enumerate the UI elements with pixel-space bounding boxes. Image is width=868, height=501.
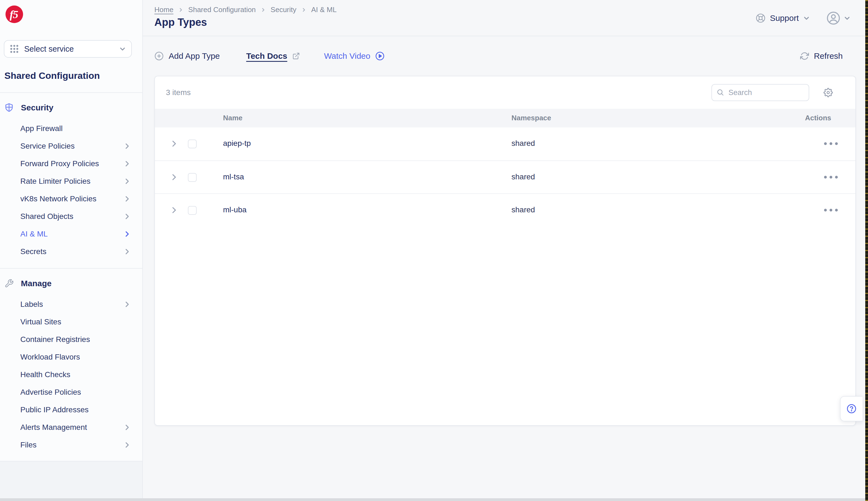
tech-docs-label: Tech Docs [246, 51, 287, 61]
sidebar-item-label: App Firewall [20, 124, 130, 133]
add-app-type-button[interactable]: Add App Type [154, 51, 220, 61]
table-header: Name Namespace Actions [155, 109, 855, 127]
sidebar-item-label: Labels [20, 300, 124, 309]
column-header-namespace: Namespace [512, 114, 551, 122]
row-checkbox[interactable] [188, 206, 197, 215]
chevron-right-icon [178, 8, 183, 12]
header-right: Support [756, 0, 850, 36]
sidebar-item-rate-limiter-policies[interactable]: Rate Limiter Policies [0, 172, 142, 190]
sidebar-item-label: Alerts Management [20, 423, 124, 432]
chevron-down-icon [803, 15, 810, 21]
table-row: apiep-tpshared [155, 127, 855, 160]
chevron-right-icon [124, 231, 130, 237]
sidebar-item-label: vK8s Network Policies [20, 194, 124, 203]
select-service-dropdown[interactable]: Select service [4, 40, 132, 58]
sidebar-item-virtual-sites[interactable]: Virtual Sites [0, 313, 142, 331]
chevron-right-icon [124, 248, 130, 255]
chevron-right-icon [301, 8, 306, 12]
row-checkbox[interactable] [188, 140, 197, 148]
sidebar-item-vk8s-network-policies[interactable]: vK8s Network Policies [0, 190, 142, 207]
sidebar-item-workload-flavors[interactable]: Workload Flavors [0, 348, 142, 366]
sidebar-item-label: Shared Objects [20, 212, 124, 221]
sidebar-item-alerts-management[interactable]: Alerts Management [0, 419, 142, 436]
row-actions-menu[interactable] [824, 176, 838, 179]
external-link-icon [292, 52, 300, 60]
sidebar-item-container-registries[interactable]: Container Registries [0, 331, 142, 348]
breadcrumb-ai-ml[interactable]: AI & ML [311, 6, 336, 14]
refresh-icon [800, 52, 809, 61]
help-button[interactable] [840, 396, 862, 422]
sidebar-item-forward-proxy-policies[interactable]: Forward Proxy Policies [0, 155, 142, 172]
sidebar-item-health-checks[interactable]: Health Checks [0, 366, 142, 383]
breadcrumb-security[interactable]: Security [270, 6, 296, 14]
row-namespace: shared [512, 139, 535, 148]
chevron-right-icon [124, 301, 130, 308]
sidebar-nav: SecurityApp FirewallService PoliciesForw… [0, 93, 142, 454]
sidebar-item-files[interactable]: Files [0, 436, 142, 454]
f5-logo[interactable]: f5 [6, 6, 23, 23]
sidebar-item-label: Files [20, 440, 124, 449]
breadcrumb-shared-configuration[interactable]: Shared Configuration [188, 6, 256, 14]
refresh-button[interactable]: Refresh [800, 51, 843, 61]
avatar [826, 11, 840, 25]
column-header-actions: Actions [805, 114, 831, 122]
search-input[interactable] [711, 84, 809, 101]
row-name[interactable]: ml-uba [223, 205, 247, 214]
top-header: Home Shared Configuration Security AI & … [143, 0, 865, 36]
sidebar-item-label: Container Registries [20, 335, 130, 344]
sidebar-item-public-ip-addresses[interactable]: Public IP Addresses [0, 401, 142, 419]
table-body: apiep-tpsharedml-tsasharedml-ubashared [155, 127, 855, 226]
sidebar-item-service-policies[interactable]: Service Policies [0, 137, 142, 155]
breadcrumb-home[interactable]: Home [154, 6, 173, 14]
wrench-icon [4, 279, 14, 288]
page-actions-bar: Add App Type Tech Docs Watch Video Refre… [143, 36, 865, 76]
table-row: ml-ubashared [155, 193, 855, 226]
sidebar-item-label: Advertise Policies [20, 388, 130, 397]
window-edge-strip [865, 0, 868, 501]
sidebar-divider [0, 268, 142, 269]
account-menu[interactable] [826, 11, 850, 25]
sidebar-item-labels[interactable]: Labels [0, 296, 142, 313]
refresh-label: Refresh [814, 51, 843, 61]
row-expand-chevron-icon[interactable] [170, 140, 178, 147]
row-expand-chevron-icon[interactable] [170, 173, 178, 181]
row-checkbox[interactable] [188, 173, 197, 182]
row-expand-chevron-icon[interactable] [170, 206, 178, 214]
chevron-right-icon [124, 143, 130, 149]
table-toolbar: 3 items [155, 76, 855, 109]
chevron-right-icon [124, 213, 130, 220]
sidebar-item-label: Health Checks [20, 370, 130, 379]
support-menu[interactable]: Support [756, 13, 810, 23]
row-actions-menu[interactable] [824, 209, 838, 212]
chevron-right-icon [124, 442, 130, 448]
shield-icon [4, 103, 14, 112]
row-namespace: shared [512, 205, 535, 214]
support-label: Support [770, 13, 799, 23]
watch-video-link[interactable]: Watch Video [324, 51, 385, 61]
question-circle-icon [847, 404, 856, 414]
table-search [711, 84, 809, 101]
row-actions-menu[interactable] [824, 142, 838, 145]
sidebar-item-app-firewall[interactable]: App Firewall [0, 120, 142, 137]
select-service-label: Select service [24, 44, 119, 54]
watch-video-label: Watch Video [324, 51, 370, 61]
sidebar-item-ai-ml[interactable]: AI & ML [0, 225, 142, 243]
grid-icon [10, 44, 19, 53]
sidebar-group-label: Manage [21, 279, 52, 288]
sidebar-title: Shared Configuration [4, 70, 100, 81]
sidebar-item-advertise-policies[interactable]: Advertise Policies [0, 383, 142, 401]
sidebar-item-label: Forward Proxy Policies [20, 159, 124, 168]
table-settings-button[interactable] [824, 88, 833, 97]
tech-docs-link[interactable]: Tech Docs [246, 51, 300, 61]
sidebar-item-shared-objects[interactable]: Shared Objects [0, 207, 142, 225]
life-buoy-icon [756, 13, 765, 23]
sidebar-group-label: Security [21, 103, 53, 112]
row-name[interactable]: apiep-tp [223, 139, 251, 148]
sidebar-item-label: AI & ML [20, 230, 124, 238]
sidebar-item-secrets[interactable]: Secrets [0, 243, 142, 260]
row-name[interactable]: ml-tsa [223, 172, 244, 181]
page-title: App Types [154, 17, 207, 28]
column-header-name: Name [223, 114, 243, 122]
items-count: 3 items [166, 88, 191, 97]
search-icon [716, 88, 724, 96]
